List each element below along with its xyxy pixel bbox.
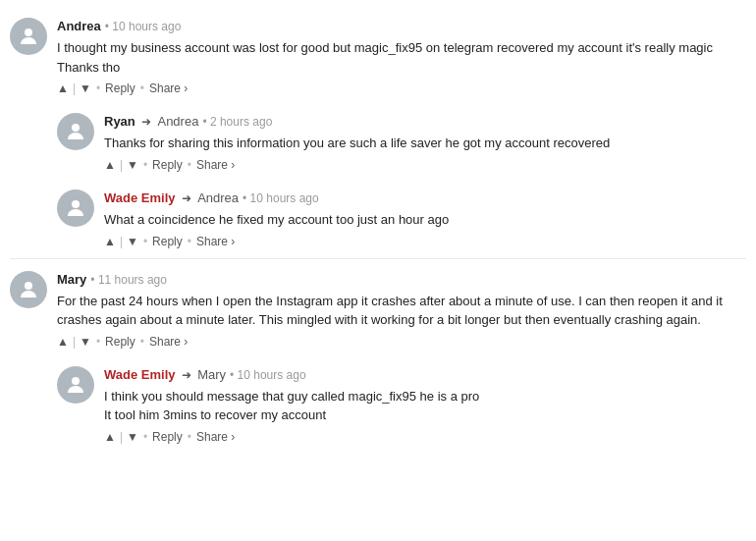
reply-button[interactable]: Reply xyxy=(105,335,135,349)
separator: • xyxy=(143,158,147,172)
svg-point-2 xyxy=(72,200,80,208)
share-button[interactable]: Share › xyxy=(196,235,235,248)
vote-pipe: | xyxy=(73,335,76,349)
separator: • xyxy=(188,235,191,248)
vote-pipe: | xyxy=(73,81,76,95)
comment-header: Wade Emily ➜ Andrea• 10 hours ago xyxy=(104,189,746,207)
author-name: Andrea xyxy=(57,19,101,33)
comment-header: Mary• 11 hours ago xyxy=(57,271,746,289)
comment-divider xyxy=(10,258,746,259)
comment-c2: Ryan ➜ Andrea• 2 hours agoThanks for sha… xyxy=(57,105,746,172)
comment-timestamp: • 10 hours ago xyxy=(105,20,182,33)
separator: • xyxy=(140,335,144,349)
reply-button[interactable]: Reply xyxy=(152,235,183,248)
comment-text: For the past 24 hours when I open the In… xyxy=(57,292,746,330)
author-name: Wade Emily xyxy=(104,367,175,382)
comment-actions: ▲ | ▼ • Reply • Share › xyxy=(57,81,746,95)
author-name: Mary xyxy=(57,272,86,287)
comment-text: Thanks for sharing this information you … xyxy=(104,134,746,153)
comment-body: Wade Emily ➜ Andrea• 10 hours agoWhat a … xyxy=(104,189,746,248)
comment-timestamp: • 10 hours ago xyxy=(243,191,319,205)
separator: • xyxy=(96,81,100,95)
comment-thread: Andrea• 10 hours agoI thought my busines… xyxy=(0,10,756,444)
comment-wrapper-c5: Wade Emily ➜ Mary• 10 hours agoI think y… xyxy=(57,358,746,444)
comment-body: Wade Emily ➜ Mary• 10 hours agoI think y… xyxy=(104,366,746,444)
comment-c5: Wade Emily ➜ Mary• 10 hours agoI think y… xyxy=(57,358,746,444)
comment-body: Andrea• 10 hours agoI thought my busines… xyxy=(57,18,746,95)
comment-timestamp: • 2 hours ago xyxy=(202,115,272,129)
comment-actions: ▲ | ▼ • Reply • Share › xyxy=(104,430,746,444)
comment-actions: ▲ | ▼ • Reply • Share › xyxy=(104,235,746,248)
downvote-button[interactable]: ▼ xyxy=(127,158,138,172)
comment-body: Mary• 11 hours agoFor the past 24 hours … xyxy=(57,271,746,349)
comment-header: Ryan ➜ Andrea• 2 hours ago xyxy=(104,113,746,131)
svg-point-4 xyxy=(72,377,80,385)
reply-arrow-icon: ➜ xyxy=(138,115,155,129)
comment-wrapper-c3: Wade Emily ➜ Andrea• 10 hours agoWhat a … xyxy=(57,182,746,248)
upvote-button[interactable]: ▲ xyxy=(104,430,116,444)
vote-pipe: | xyxy=(120,430,123,444)
downvote-button[interactable]: ▼ xyxy=(80,335,91,349)
author-name: Ryan xyxy=(104,114,135,129)
reply-arrow-icon: ➜ xyxy=(178,368,194,382)
comment-wrapper-c4: Mary• 11 hours agoFor the past 24 hours … xyxy=(10,263,746,349)
comment-timestamp: • 11 hours ago xyxy=(90,273,167,287)
upvote-button[interactable]: ▲ xyxy=(57,81,69,95)
comment-text: What a coincidence he fixed my account t… xyxy=(104,210,746,230)
comment-wrapper-c1: Andrea• 10 hours agoI thought my busines… xyxy=(10,10,746,95)
reply-button[interactable]: Reply xyxy=(105,81,135,95)
separator: • xyxy=(140,81,144,95)
svg-point-3 xyxy=(25,282,32,290)
upvote-button[interactable]: ▲ xyxy=(104,235,116,248)
svg-point-1 xyxy=(72,124,80,132)
avatar xyxy=(10,18,47,55)
svg-point-0 xyxy=(25,28,32,36)
comment-header: Andrea• 10 hours ago xyxy=(57,18,746,35)
separator: • xyxy=(188,430,191,444)
reply-button[interactable]: Reply xyxy=(152,430,183,444)
downvote-button[interactable]: ▼ xyxy=(127,235,138,248)
share-button[interactable]: Share › xyxy=(149,335,188,349)
reply-button[interactable]: Reply xyxy=(152,158,183,172)
comment-actions: ▲ | ▼ • Reply • Share › xyxy=(57,335,746,349)
vote-pipe: | xyxy=(120,158,123,172)
comment-timestamp: • 10 hours ago xyxy=(230,368,306,382)
upvote-button[interactable]: ▲ xyxy=(57,335,69,349)
separator: • xyxy=(143,235,147,248)
separator: • xyxy=(143,430,147,444)
reply-arrow-icon: ➜ xyxy=(178,191,194,205)
comment-text: I think you should message that guy call… xyxy=(104,387,746,425)
share-button[interactable]: Share › xyxy=(196,430,235,444)
share-button[interactable]: Share › xyxy=(196,158,235,172)
comment-header: Wade Emily ➜ Mary• 10 hours ago xyxy=(104,366,746,384)
comment-c3: Wade Emily ➜ Andrea• 10 hours agoWhat a … xyxy=(57,182,746,248)
reply-to-name: Andrea xyxy=(197,190,239,205)
comment-text: I thought my business account was lost f… xyxy=(57,38,746,77)
comment-body: Ryan ➜ Andrea• 2 hours agoThanks for sha… xyxy=(104,113,746,172)
avatar xyxy=(57,189,94,227)
downvote-button[interactable]: ▼ xyxy=(80,81,91,95)
share-button[interactable]: Share › xyxy=(149,81,188,95)
vote-pipe: | xyxy=(120,235,123,248)
comment-actions: ▲ | ▼ • Reply • Share › xyxy=(104,158,746,172)
avatar xyxy=(57,113,94,150)
reply-to-name: Andrea xyxy=(157,114,198,129)
comment-wrapper-c2: Ryan ➜ Andrea• 2 hours agoThanks for sha… xyxy=(57,105,746,172)
reply-to-name: Mary xyxy=(197,367,226,382)
avatar xyxy=(57,366,94,404)
upvote-button[interactable]: ▲ xyxy=(104,158,116,172)
downvote-button[interactable]: ▼ xyxy=(127,430,138,444)
comment-c1: Andrea• 10 hours agoI thought my busines… xyxy=(10,10,746,95)
comment-c4: Mary• 11 hours agoFor the past 24 hours … xyxy=(10,263,746,349)
separator: • xyxy=(188,158,191,172)
author-name: Wade Emily xyxy=(104,190,175,205)
separator: • xyxy=(96,335,100,349)
avatar xyxy=(10,271,47,308)
